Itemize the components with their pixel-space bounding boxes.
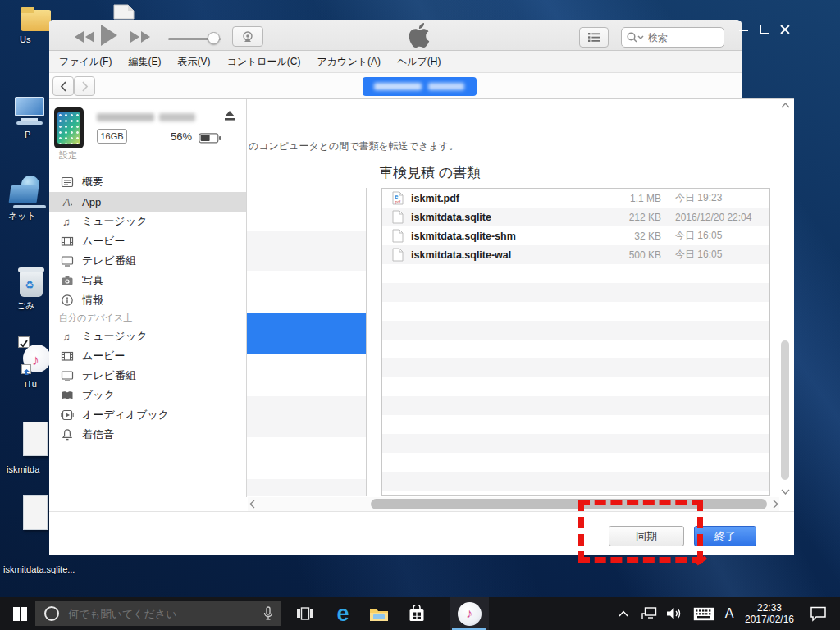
file-size: 500 KB (629, 249, 661, 261)
itunes-taskbar-button[interactable]: ♪ (450, 597, 489, 630)
maximize-button[interactable] (756, 22, 774, 37)
desktop-icon-itunes-shortcut[interactable]: ♪ (16, 335, 52, 377)
desktop-icon-label: ネット (8, 210, 36, 222)
desktop-icon-pc[interactable] (11, 97, 48, 126)
search-field[interactable] (621, 27, 724, 48)
forward-button[interactable] (74, 76, 95, 96)
store-button[interactable] (400, 597, 433, 630)
app-row[interactable] (247, 396, 367, 437)
app-row[interactable] (247, 479, 367, 496)
file-icon (392, 229, 404, 246)
desktop-icon-recycle-bin[interactable]: ♻ (18, 267, 44, 299)
sidebar-item-device-tv[interactable]: テレビ番組 (49, 366, 246, 386)
chevron-right-icon (81, 81, 89, 92)
sidebar-item-music[interactable]: ♫ ミュージック (49, 212, 246, 231)
scroll-left-icon (249, 500, 255, 509)
desktop-icon-label: P (25, 130, 30, 139)
ime-keyboard-tray-icon[interactable] (689, 597, 719, 630)
pdf-file-icon: epdf (392, 191, 404, 208)
desktop-icon-file[interactable] (23, 495, 48, 530)
folder-icon (369, 606, 389, 622)
desktop-page-icon[interactable] (113, 2, 135, 20)
app-row[interactable] (247, 231, 367, 271)
view-options-button[interactable] (579, 27, 609, 48)
start-button[interactable] (5, 597, 34, 630)
menu-item-view[interactable]: 表示(V) (177, 55, 210, 69)
action-center-button[interactable] (804, 597, 832, 630)
edge-browser-button[interactable]: e (326, 597, 359, 630)
airplay-button[interactable] (232, 26, 263, 47)
vertical-scrollbar[interactable] (779, 103, 792, 495)
menu-item-file[interactable]: ファイル(F) (59, 55, 112, 69)
scrollbar-thumb[interactable] (371, 499, 767, 509)
next-button[interactable] (130, 31, 151, 46)
empty-rows (382, 264, 769, 495)
sidebar-item-apps[interactable]: A App (49, 192, 246, 212)
taskbar-clock[interactable]: 22:33 2017/02/16 (738, 602, 801, 625)
scroll-up-icon (781, 103, 790, 108)
svg-text:A: A (62, 196, 71, 208)
battery-icon (199, 132, 221, 147)
volume-tray-icon[interactable] (663, 597, 686, 630)
volume-slider-knob[interactable] (208, 32, 220, 44)
desktop-icon-file[interactable] (23, 422, 48, 456)
back-button[interactable] (52, 76, 74, 96)
itunes-window-body: 16GB 56% 設定 概要 A App ♫ ミュージック ムービー (49, 98, 794, 555)
sidebar-item-tv[interactable]: テレビ番組 (49, 251, 246, 271)
close-button[interactable] (777, 22, 795, 37)
file-row[interactable]: iskmitdata.sqlite-wal 500 KB 今日 16:05 (382, 245, 769, 264)
menu-item-account[interactable]: アカウント(A) (317, 55, 381, 69)
file-row[interactable]: iskmitdata.sqlite 212 KB 2016/12/20 22:0… (382, 208, 769, 226)
sidebar-item-ringtones[interactable]: 着信音 (49, 425, 246, 445)
list-view-icon (587, 32, 600, 43)
cortana-icon (43, 605, 60, 622)
annotation-highlight-rectangle (578, 500, 703, 563)
menu-item-controls[interactable]: コントロール(C) (226, 55, 300, 69)
sidebar: 16GB 56% 設定 概要 A App ♫ ミュージック ムービー (49, 99, 246, 555)
task-view-button[interactable] (289, 597, 322, 630)
redacted-text (428, 83, 464, 90)
device-name-pill[interactable] (363, 77, 477, 96)
sidebar-item-movies[interactable]: ムービー (49, 231, 246, 251)
sidebar-item-device-music[interactable]: ♫ ミュージック (49, 326, 246, 346)
file-explorer-button[interactable] (363, 597, 395, 630)
sidebar-item-label: ミュージック (82, 329, 148, 344)
taskbar-search-input[interactable] (66, 607, 263, 621)
sidebar-item-info[interactable]: 情報 (49, 290, 246, 310)
file-size: 1.1 MB (630, 193, 661, 204)
device-thumbnail[interactable] (54, 107, 84, 148)
sidebar-item-audiobooks[interactable]: オーディオブック (49, 405, 246, 425)
file-row[interactable]: iskmitdata.sqlite-shm 32 KB 今日 16:05 (382, 226, 769, 245)
redacted-device-name (159, 113, 195, 121)
desktop-icon-users-folder[interactable] (21, 7, 52, 31)
summary-icon (61, 176, 74, 189)
documents-heading: 車検見積 の書類 (379, 163, 481, 182)
done-button[interactable]: 終了 (694, 526, 756, 546)
sidebar-item-photos[interactable]: 写真 (49, 271, 246, 290)
desktop-icon-network[interactable] (10, 176, 48, 208)
file-size: 32 KB (634, 231, 661, 242)
menu-item-help[interactable]: ヘルプ(H) (397, 55, 441, 69)
sidebar-item-device-movies[interactable]: ムービー (49, 346, 246, 366)
file-row[interactable]: epdf iskmit.pdf 1.1 MB 今日 19:23 (382, 189, 769, 208)
menu-item-edit[interactable]: 編集(E) (128, 55, 161, 69)
redacted-device-name (97, 113, 154, 121)
cortana-search-box[interactable] (35, 601, 281, 626)
sidebar-item-summary[interactable]: 概要 (49, 172, 246, 192)
file-date: 今日 16:05 (675, 229, 722, 243)
sidebar-item-books[interactable]: ブック (49, 386, 246, 405)
file-sharing-intro: のコンピュータとの間で書類を転送できます。 (249, 139, 459, 153)
ime-mode-indicator[interactable]: A (720, 597, 738, 630)
tray-expand-button[interactable] (614, 597, 633, 630)
app-row-selected[interactable] (247, 313, 367, 354)
minimize-button[interactable] (735, 22, 753, 37)
network-tray-icon[interactable] (638, 597, 660, 630)
music-icon: ♫ (61, 330, 74, 343)
file-date: 今日 19:23 (675, 191, 722, 205)
eject-icon[interactable] (223, 109, 236, 126)
previous-button[interactable] (74, 31, 95, 46)
microphone-icon[interactable] (263, 606, 273, 621)
file-name: iskmit.pdf (411, 193, 459, 204)
scrollbar-thumb[interactable] (781, 340, 789, 480)
play-button[interactable] (100, 25, 118, 49)
